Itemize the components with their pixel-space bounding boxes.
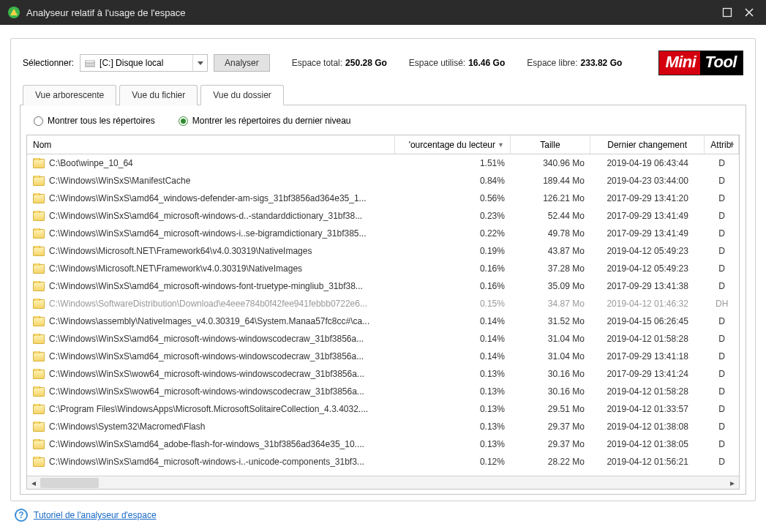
radio-show-last[interactable]: Montrer les répertoires du dernier nivea…: [179, 116, 351, 126]
row-date: 2017-09-29 13:41:18: [590, 351, 705, 361]
row-pct: 0.14%: [395, 334, 511, 344]
toolbar: Sélectionner: [C:] Disque local Analyser…: [20, 50, 746, 84]
radio-icon: [34, 116, 43, 126]
row-name: C:\Windows\WinSxS\amd64_windows-defender…: [49, 193, 367, 203]
row-name: C:\Windows\WinSxS\amd64_microsoft-window…: [49, 334, 364, 344]
tab-folder[interactable]: Vue du dossier: [200, 85, 284, 105]
table-row[interactable]: C:\Windows\WinSxS\amd64_microsoft-window…: [27, 277, 739, 295]
svg-rect-1: [724, 9, 732, 17]
table-row[interactable]: C:\Windows\WinSxS\amd64_microsoft-window…: [27, 207, 739, 225]
table-row[interactable]: C:\Boot\winpe_10_641.51%340.96 Mo2019-04…: [27, 154, 739, 172]
col-size[interactable]: Taille: [511, 135, 590, 154]
titlebar: Analyseur relatif à l'usage de l'espace: [0, 0, 766, 25]
row-pct: 1.51%: [395, 158, 511, 168]
folder-icon: [33, 159, 45, 168]
analyze-label: Analyser: [225, 58, 259, 68]
folder-icon: [33, 334, 45, 344]
folder-icon: [33, 194, 45, 203]
col-percent[interactable]: 'ourcentage du lecteur▼: [395, 135, 511, 154]
row-date: 2019-04-12 01:46:32: [590, 299, 705, 309]
row-size: 35.09 Mo: [511, 281, 590, 291]
table-row[interactable]: C:\Windows\WinSxS\amd64_microsoft-window…: [27, 330, 739, 348]
table-row[interactable]: C:\Windows\WinSxS\amd64_windows-defender…: [27, 190, 739, 207]
table-row[interactable]: C:\Windows\Microsoft.NET\Framework\v4.0.…: [27, 260, 739, 277]
table-row[interactable]: C:\Windows\WinSxS\wow64_microsoft-window…: [27, 365, 739, 383]
table-row[interactable]: C:\Windows\SoftwareDistribution\Download…: [27, 295, 739, 312]
row-attr: D: [705, 193, 739, 203]
row-date: 2019-04-23 03:44:00: [590, 176, 705, 186]
scroll-track[interactable]: [40, 477, 726, 489]
row-name: C:\Windows\WinSxS\ManifestCache: [49, 176, 190, 186]
row-attr: D: [705, 422, 739, 432]
analyze-button[interactable]: Analyser: [214, 54, 270, 72]
row-attr: D: [705, 334, 739, 344]
sort-asc-icon: ▲: [729, 139, 735, 146]
sort-desc-icon: ▼: [497, 141, 504, 149]
folder-icon: [33, 211, 45, 221]
tab-file[interactable]: Vue du fichier: [119, 85, 198, 105]
folder-icon: [33, 370, 45, 379]
row-size: 31.04 Mo: [511, 351, 590, 361]
row-name: C:\Boot\winpe_10_64: [49, 158, 133, 168]
row-name: C:\Windows\System32\Macromed\Flash: [49, 422, 205, 432]
row-date: 2019-04-19 06:43:44: [590, 158, 705, 168]
table-row[interactable]: C:\Windows\WinSxS\amd64_adobe-flash-for-…: [27, 435, 739, 453]
row-size: 29.37 Mo: [511, 439, 590, 449]
row-size: 37.28 Mo: [511, 263, 590, 274]
row-attr: D: [705, 386, 739, 397]
folder-icon: [33, 282, 45, 291]
row-size: 31.04 Mo: [511, 334, 590, 344]
row-name: C:\Windows\WinSxS\amd64_adobe-flash-for-…: [49, 439, 364, 449]
folder-icon: [33, 176, 45, 186]
table-row[interactable]: C:\Program Files\WindowsApps\Microsoft.M…: [27, 400, 739, 418]
table-row[interactable]: C:\Windows\Microsoft.NET\Framework64\v4.…: [27, 242, 739, 260]
folder-icon: [33, 247, 45, 256]
row-name: C:\Windows\WinSxS\amd64_microsoft-window…: [49, 211, 362, 221]
table-row[interactable]: C:\Windows\WinSxS\wow64_microsoft-window…: [27, 383, 739, 400]
row-date: 2019-04-12 01:56:21: [590, 457, 705, 467]
row-name: C:\Windows\WinSxS\amd64_microsoft-window…: [49, 281, 363, 291]
table-row[interactable]: C:\Windows\WinSxS\ManifestCache0.84%189.…: [27, 172, 739, 190]
row-name: C:\Windows\Microsoft.NET\Framework64\v4.…: [49, 246, 312, 256]
tutorial-link[interactable]: Tutoriel de l'analyseur d'espace: [34, 510, 157, 520]
folder-icon: [33, 352, 45, 361]
tab-tree[interactable]: Vue arborescente: [23, 85, 116, 105]
table-row[interactable]: C:\Windows\System32\Macromed\Flash0.13%2…: [27, 418, 739, 435]
col-name[interactable]: Nom: [27, 135, 395, 154]
radio-icon: [179, 116, 188, 126]
row-size: 43.87 Mo: [511, 246, 590, 256]
help-icon: ?: [15, 509, 28, 522]
scroll-left-icon[interactable]: ◂: [27, 477, 40, 489]
row-size: 30.16 Mo: [511, 386, 590, 397]
table-row[interactable]: C:\Windows\assembly\NativeImages_v4.0.30…: [27, 312, 739, 330]
drive-selector[interactable]: [C:] Disque local: [80, 54, 208, 72]
grid-body[interactable]: C:\Boot\winpe_10_641.51%340.96 Mo2019-04…: [27, 154, 739, 476]
row-pct: 0.12%: [395, 457, 511, 467]
scroll-thumb[interactable]: [40, 478, 99, 488]
row-name: C:\Windows\WinSxS\wow64_microsoft-window…: [49, 386, 364, 397]
row-date: 2019-04-12 01:58:28: [590, 386, 705, 397]
table-row[interactable]: C:\Windows\WinSxS\amd64_microsoft-window…: [27, 225, 739, 242]
folder-icon: [33, 457, 45, 467]
row-pct: 0.14%: [395, 316, 511, 326]
maximize-button[interactable]: [716, 1, 738, 23]
row-pct: 0.16%: [395, 263, 511, 274]
row-pct: 0.15%: [395, 299, 511, 309]
select-label: Sélectionner:: [23, 58, 74, 68]
row-attr: DH: [705, 299, 739, 309]
table-row[interactable]: C:\Windows\WinSxS\amd64_microsoft-window…: [27, 453, 739, 471]
horizontal-scrollbar[interactable]: ◂ ▸: [27, 476, 739, 489]
folder-icon: [33, 299, 45, 309]
radio-group: Montrer tous les répertoires Montrer les…: [26, 113, 740, 135]
table-row[interactable]: C:\Windows\WinSxS\amd64_microsoft-window…: [27, 348, 739, 365]
folder-icon: [33, 387, 45, 397]
col-date[interactable]: Dernier changement: [590, 135, 705, 154]
chevron-down-icon[interactable]: [192, 55, 207, 71]
col-attr[interactable]: Attribue▲: [705, 135, 739, 154]
scroll-right-icon[interactable]: ▸: [726, 477, 739, 489]
row-size: 30.16 Mo: [511, 369, 590, 379]
row-name: C:\Windows\assembly\NativeImages_v4.0.30…: [49, 316, 369, 326]
radio-show-all[interactable]: Montrer tous les répertoires: [34, 116, 155, 126]
row-attr: D: [705, 228, 739, 239]
close-button[interactable]: [738, 1, 760, 23]
